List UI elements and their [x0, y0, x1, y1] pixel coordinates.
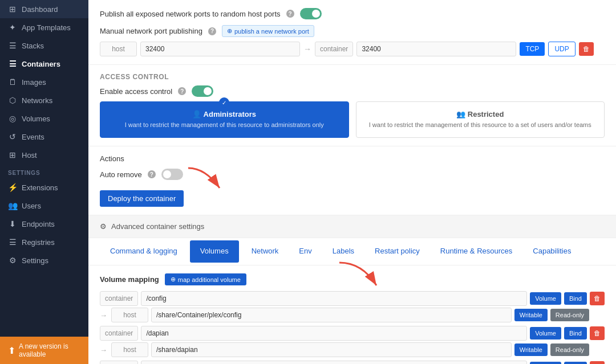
sidebar: ⊞ Dashboard ✦ App Templates ☰ Stacks ☰ C… — [0, 0, 88, 364]
delete-volume-btn-0[interactable]: 🗑 — [590, 292, 605, 305]
port-mapping-row: host → container TCP UDP 🗑 — [100, 42, 605, 56]
container-label: container — [315, 42, 353, 56]
tcp-button[interactable]: TCP — [520, 42, 545, 56]
restricted-card[interactable]: 👥 Restricted I want to restrict the mana… — [356, 101, 605, 138]
container-label-2: container — [100, 361, 138, 364]
host-port-input[interactable] — [140, 42, 300, 56]
sidebar-item-extensions[interactable]: ⚡ Extensions — [0, 178, 88, 197]
host-path-input-1[interactable] — [151, 342, 512, 357]
plus-icon-2: ⊕ — [171, 276, 176, 283]
volume-host-row-1: → host Writable Read-only — [100, 342, 605, 357]
volume-container-row-2: container Volume Bind 🗑 — [100, 361, 605, 364]
sidebar-item-dashboard[interactable]: ⊞ Dashboard — [0, 0, 88, 18]
tab-labels[interactable]: Labels — [322, 240, 364, 263]
admin-card[interactable]: ✓ 👤 Administrators I want to restrict th… — [100, 101, 349, 138]
sidebar-item-images[interactable]: 🗒 Images — [0, 73, 88, 91]
tab-capabilities[interactable]: Capabilities — [522, 240, 581, 263]
settings-icon: ⚙ — [8, 256, 17, 265]
writable-btn-0[interactable]: Writable — [514, 309, 548, 321]
advanced-settings-header: ⚙ Advanced container settings — [88, 215, 616, 238]
update-icon: ⬆ — [8, 345, 15, 356]
sidebar-item-volumes[interactable]: ◎ Volumes — [0, 109, 88, 128]
sidebar-item-containers[interactable]: ☰ Containers — [0, 55, 88, 73]
map-additional-volume-button[interactable]: ⊕ map additional volume — [165, 273, 246, 285]
bind-btn-1[interactable]: Bind — [564, 327, 587, 340]
volume-container-row-1: container Volume Bind 🗑 — [100, 326, 605, 341]
admin-card-title: 👤 Administrators — [110, 110, 339, 118]
sidebar-item-host[interactable]: ⊞ Host — [0, 146, 88, 164]
delete-volume-btn-2[interactable]: 🗑 — [590, 361, 605, 364]
tab-network[interactable]: Network — [241, 240, 289, 263]
restricted-card-title: 👥 Restricted — [366, 110, 595, 118]
host-icon: ⊞ — [8, 150, 17, 159]
publish-all-toggle[interactable] — [300, 8, 322, 19]
container-label-1: container — [100, 326, 138, 341]
volume-mapping-header: Volume mapping ⊕ map additional volume — [100, 273, 605, 285]
arrow-indicator-0: → — [100, 311, 107, 320]
extensions-icon: ⚡ — [8, 183, 17, 192]
container-port-input[interactable] — [356, 42, 516, 56]
access-help-icon[interactable]: ? — [178, 87, 186, 95]
actions-header: Actions — [100, 154, 605, 163]
tabs-bar: Command & logging Volumes Network Env La… — [88, 238, 616, 265]
arrow-indicator-1: → — [100, 346, 107, 354]
container-path-input-0[interactable] — [141, 291, 527, 306]
volume-btn-2[interactable]: Volume — [530, 362, 561, 364]
host-label-1: host — [111, 342, 148, 357]
tab-command-logging[interactable]: Command & logging — [100, 240, 188, 263]
bind-btn-2[interactable]: Bind — [564, 362, 587, 364]
bind-btn-0[interactable]: Bind — [564, 292, 587, 305]
delete-volume-btn-1[interactable]: 🗑 — [590, 326, 605, 340]
container-path-input-1[interactable] — [141, 326, 527, 341]
volume-host-row-0: → host Writable Read-only — [100, 308, 605, 322]
volume-btn-0[interactable]: Volume — [530, 292, 561, 305]
host-label-0: host — [111, 308, 148, 322]
new-version-footer[interactable]: ⬆ A new version is available — [0, 337, 88, 364]
dashboard-icon: ⊞ — [8, 5, 17, 14]
sidebar-item-settings[interactable]: ⚙ Settings — [0, 251, 88, 269]
volume-mapping-section: Volume mapping ⊕ map additional volume — [88, 265, 616, 364]
writable-btn-1[interactable]: Writable — [514, 343, 548, 356]
delete-port-button[interactable]: 🗑 — [579, 42, 594, 56]
admin-check-badge: ✓ — [219, 97, 229, 108]
auto-remove-help-icon[interactable]: ? — [148, 170, 156, 178]
publish-help-icon[interactable]: ? — [286, 10, 294, 18]
readonly-btn-0[interactable]: Read-only — [550, 309, 589, 321]
events-icon: ↺ — [8, 132, 17, 141]
readonly-btn-1[interactable]: Read-only — [550, 343, 589, 356]
sidebar-item-app-templates[interactable]: ✦ App Templates — [0, 18, 88, 36]
volume-group-0: container Volume Bind 🗑 → host Writable … — [100, 291, 605, 322]
manual-help-icon[interactable]: ? — [208, 27, 216, 35]
sidebar-item-networks[interactable]: ⬡ Networks — [0, 91, 88, 109]
star-icon: ✦ — [8, 23, 17, 32]
volume-rows: container Volume Bind 🗑 → host Writable … — [100, 291, 605, 364]
arrow-separator: → — [303, 44, 311, 54]
sidebar-item-stacks[interactable]: ☰ Stacks — [0, 36, 88, 55]
sidebar-item-events[interactable]: ↺ Events — [0, 128, 88, 146]
access-control-header: Access control — [100, 73, 605, 81]
sidebar-item-endpoints[interactable]: ⬇ Endpoints — [0, 215, 88, 233]
auto-remove-label: Auto remove — [100, 170, 142, 179]
auto-remove-toggle[interactable] — [161, 169, 183, 180]
host-label: host — [100, 42, 137, 56]
settings-section-label: SETTINGS — [0, 164, 88, 178]
deploy-button[interactable]: Deploy the container — [100, 190, 184, 207]
manual-publish-label: Manual network port publishing — [100, 27, 202, 35]
stacks-icon: ☰ — [8, 41, 17, 50]
sidebar-item-registries[interactable]: ☰ Registries — [0, 233, 88, 251]
tab-restart-policy[interactable]: Restart policy — [364, 240, 430, 263]
sidebar-item-users[interactable]: 👥 Users — [0, 197, 88, 215]
tab-runtime-resources[interactable]: Runtime & Resources — [430, 240, 522, 263]
publish-all-label: Publish all exposed network ports to ran… — [100, 10, 281, 18]
volume-btn-1[interactable]: Volume — [530, 327, 561, 340]
tab-env[interactable]: Env — [289, 240, 322, 263]
containers-icon: ☰ — [8, 59, 17, 68]
host-path-input-0[interactable] — [151, 308, 512, 322]
actions-section: Actions Auto remove ? Deploy the contain… — [88, 146, 616, 215]
publish-new-port-link[interactable]: ⊕ publish a new network port — [222, 25, 314, 37]
container-path-input-2[interactable] — [141, 361, 527, 364]
access-control-toggle[interactable] — [192, 85, 213, 97]
plus-icon: ⊕ — [227, 27, 232, 35]
udp-button[interactable]: UDP — [548, 42, 575, 56]
tab-volumes[interactable]: Volumes — [190, 240, 239, 263]
